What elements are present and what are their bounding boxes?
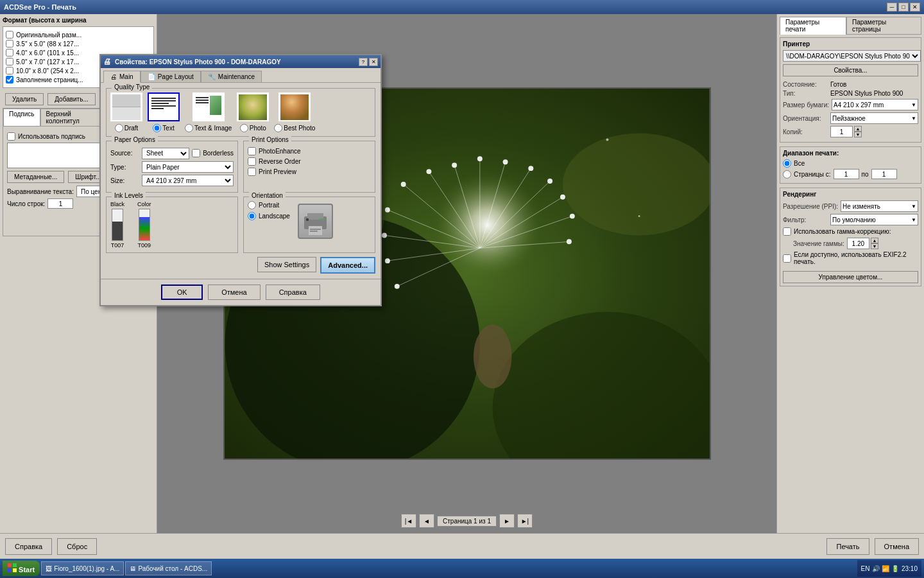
gamma-row[interactable]: Использовать гамма-коррекцию: — [783, 227, 918, 236]
format-35x5[interactable]: 3.5" x 5.0" (88 х 127... — [6, 40, 151, 48]
landscape-radio[interactable]: Landscape — [248, 212, 290, 220]
dialog-help-button[interactable]: Справка — [266, 285, 320, 300]
borderless-checkbox-row[interactable]: Borderless — [192, 149, 234, 157]
ppi-arrow: ▼ — [911, 204, 916, 209]
format-original-checkbox[interactable] — [6, 31, 13, 39]
range-pages-row: Страницы с: по — [783, 169, 918, 179]
quality-photo-radio[interactable]: Photo — [240, 124, 266, 132]
printer-select[interactable]: \\DOM-DARAGOY\EPSON Stylus Photo 90 — [783, 50, 921, 62]
taskbar-item-2[interactable]: 🖥 Рабочий стол - ACDS... — [125, 561, 212, 575]
text-image-radio-input[interactable] — [185, 124, 193, 132]
range-pages-input[interactable] — [783, 170, 791, 179]
quality-text-radio[interactable]: Text — [153, 124, 174, 132]
tab-page-params[interactable]: Параметры страницы — [846, 17, 921, 35]
size-select[interactable]: A4 210 x 297 mm — [142, 175, 234, 186]
dialog-ok-button[interactable]: OK — [161, 285, 203, 300]
paper-size-dropdown[interactable]: A4 210 x 297 mm ▼ — [832, 99, 918, 110]
nav-prev[interactable]: ◄ — [419, 514, 434, 528]
taskbar-item-1-label: Fioro_1600(1).jpg - A... — [54, 565, 119, 572]
advanced-button[interactable]: Advanced... — [320, 257, 375, 274]
print-preview-row[interactable]: Print Preview — [248, 168, 371, 176]
quality-best-photo-radio[interactable]: Best Photo — [274, 124, 315, 132]
draft-radio-input[interactable] — [115, 124, 123, 132]
cancel-button[interactable]: Отмена — [875, 538, 919, 555]
add-button[interactable]: Добавить... — [47, 93, 96, 105]
portrait-radio[interactable]: Portrait — [248, 201, 290, 209]
dialog-tab-layout[interactable]: 📄 Page Layout — [141, 71, 201, 82]
dialog-cancel-button[interactable]: Отмена — [208, 285, 260, 300]
range-to-input[interactable] — [871, 169, 897, 179]
show-settings-button[interactable]: Show Settings — [257, 257, 316, 272]
reverse-order-checkbox[interactable] — [248, 157, 256, 166]
maximize-button[interactable]: □ — [898, 3, 909, 12]
print-button[interactable]: Печать — [826, 538, 869, 555]
gamma-checkbox[interactable] — [783, 227, 791, 236]
text-radio-input[interactable] — [153, 124, 161, 132]
photo-radio-input[interactable] — [240, 124, 248, 132]
copies-input[interactable] — [830, 126, 853, 137]
minimize-button[interactable]: ─ — [887, 3, 897, 12]
taskbar-item-1[interactable]: 🖼 Fioro_1600(1).jpg - A... — [41, 561, 124, 575]
line-count-input[interactable] — [47, 198, 73, 209]
system-tray: EN 🔊 📶 🔋 23:10 — [857, 560, 922, 577]
best-photo-radio-input[interactable] — [274, 124, 282, 132]
photo-enhance-row[interactable]: PhotoEnhance — [248, 147, 371, 155]
delete-button[interactable]: Удалить — [5, 93, 44, 105]
dialog-help-btn[interactable]: ? — [359, 58, 368, 66]
format-fill-checkbox[interactable] — [6, 76, 13, 83]
reverse-order-row[interactable]: Reverse Order — [248, 157, 371, 166]
taskbar-item-1-icon: 🖼 — [46, 565, 52, 572]
use-signature-checkbox[interactable] — [7, 132, 15, 141]
format-35x5-checkbox[interactable] — [6, 40, 13, 48]
main-tab-label: Main — [119, 73, 133, 80]
filter-dropdown[interactable]: По умолчанию ▼ — [830, 214, 918, 225]
borderless-checkbox[interactable] — [192, 149, 200, 157]
close-button[interactable]: ✕ — [910, 3, 920, 12]
gamma-up[interactable]: ▲ — [871, 238, 878, 243]
tab-print-params[interactable]: Параметры печати — [780, 17, 846, 35]
tab-signature[interactable]: Подпись — [3, 109, 40, 126]
format-10x8-checkbox[interactable] — [6, 67, 13, 74]
range-title: Диапазон печати: — [783, 150, 918, 157]
exif-checkbox[interactable] — [783, 254, 791, 263]
color-management-button[interactable]: Управление цветом... — [783, 271, 918, 283]
quality-draft-radio[interactable]: Draft — [115, 124, 139, 132]
ppi-dropdown[interactable]: Не изменять ▼ — [841, 200, 918, 212]
reset-button[interactable]: Сброс — [57, 538, 97, 555]
portrait-input[interactable] — [248, 201, 256, 209]
format-5x7-checkbox[interactable] — [6, 58, 13, 66]
source-select[interactable]: Sheet — [142, 148, 189, 159]
copies-up[interactable]: ▲ — [854, 126, 862, 132]
copies-down[interactable]: ▼ — [854, 132, 862, 137]
quality-text-image-radio[interactable]: Text & Image — [185, 124, 232, 132]
properties-button[interactable]: Свойства... — [783, 64, 918, 76]
help-button[interactable]: Справка — [5, 538, 52, 555]
photo-enhance-checkbox[interactable] — [248, 147, 256, 155]
range-from-input[interactable] — [834, 169, 859, 179]
dialog-tab-maintenance[interactable]: 🔧 Maintenance — [201, 71, 262, 82]
nav-next[interactable]: ► — [499, 514, 515, 528]
format-original[interactable]: Оригинальный разм... — [6, 31, 151, 39]
nav-first[interactable]: |◄ — [401, 514, 416, 528]
gamma-spinner: ▲ ▼ — [847, 238, 878, 249]
gamma-input[interactable] — [847, 238, 869, 249]
nav-last[interactable]: ►| — [517, 514, 533, 528]
orientation-dropdown[interactable]: Пейзажное ▼ — [830, 112, 918, 124]
range-all-radio[interactable]: Все — [783, 159, 918, 168]
format-4x6-checkbox[interactable] — [6, 49, 13, 57]
metadata-button[interactable]: Метаданные... — [7, 171, 64, 183]
range-all-input[interactable] — [783, 159, 791, 168]
type-select[interactable]: Plain Paper — [142, 161, 234, 173]
tab-header[interactable]: Верхний колонтитул — [40, 109, 101, 126]
print-preview-checkbox[interactable] — [248, 168, 256, 176]
dialog-close-btn[interactable]: ✕ — [369, 58, 378, 66]
rendering-section: Рендеринг Разрешение (PPI): Не изменять … — [780, 188, 921, 286]
landscape-input[interactable] — [248, 212, 256, 220]
orientation-value: Пейзажное — [832, 115, 866, 122]
start-button[interactable]: Start — [3, 561, 40, 576]
dialog-tab-main[interactable]: 🖨 Main — [103, 71, 141, 83]
main-tab-icon: 🖨 — [110, 73, 117, 80]
gamma-down[interactable]: ▼ — [871, 243, 878, 249]
size-row: Size: A4 210 x 297 mm — [110, 175, 234, 186]
exif-row[interactable]: Если доступно, использовать EXIF2.2 печа… — [783, 251, 918, 265]
